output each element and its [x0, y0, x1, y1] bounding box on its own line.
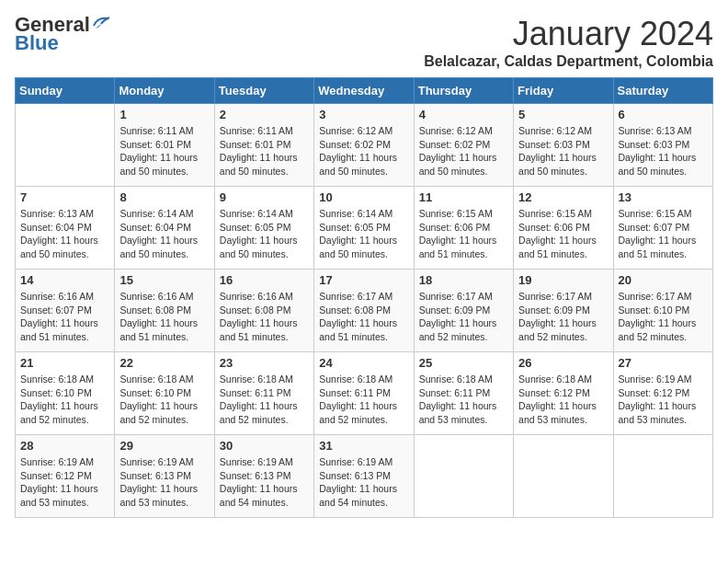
day-info: Sunrise: 6:17 AMSunset: 6:08 PMDaylight:…	[319, 290, 408, 344]
location-title: Belalcazar, Caldas Department, Colombia	[424, 53, 713, 70]
day-number: 17	[319, 273, 408, 287]
header-monday: Monday	[115, 78, 214, 104]
week-row-3: 14Sunrise: 6:16 AMSunset: 6:07 PMDayligh…	[16, 270, 713, 352]
day-number: 21	[20, 356, 109, 370]
logo-blue-text: Blue	[15, 33, 59, 53]
day-info: Sunrise: 6:14 AMSunset: 6:05 PMDaylight:…	[220, 207, 309, 261]
day-info: Sunrise: 6:19 AMSunset: 6:13 PMDaylight:…	[119, 455, 209, 510]
day-number: 15	[119, 273, 209, 287]
day-info: Sunrise: 6:14 AMSunset: 6:04 PMDaylight:…	[119, 207, 209, 261]
day-number: 1	[119, 108, 209, 121]
calendar-cell: 14Sunrise: 6:16 AMSunset: 6:07 PMDayligh…	[16, 270, 115, 352]
logo: General Blue	[15, 15, 110, 53]
day-info: Sunrise: 6:16 AMSunset: 6:08 PMDaylight:…	[119, 290, 209, 344]
calendar-cell	[613, 435, 712, 518]
header-wednesday: Wednesday	[314, 78, 414, 104]
day-number: 31	[319, 439, 408, 453]
day-info: Sunrise: 6:16 AMSunset: 6:08 PMDaylight:…	[220, 290, 309, 344]
day-info: Sunrise: 6:14 AMSunset: 6:05 PMDaylight:…	[319, 207, 408, 261]
calendar-cell: 19Sunrise: 6:17 AMSunset: 6:09 PMDayligh…	[514, 270, 613, 352]
calendar-cell: 25Sunrise: 6:18 AMSunset: 6:11 PMDayligh…	[414, 352, 513, 435]
day-number: 3	[319, 108, 408, 121]
day-number: 28	[20, 439, 109, 453]
day-number: 22	[119, 356, 209, 370]
page-header: General Blue January 2024 Belalcazar, Ca…	[15, 15, 713, 70]
day-info: Sunrise: 6:19 AMSunset: 6:13 PMDaylight:…	[319, 455, 408, 510]
day-info: Sunrise: 6:11 AMSunset: 6:01 PMDaylight:…	[119, 124, 209, 178]
day-number: 5	[518, 108, 608, 121]
day-number: 12	[518, 190, 608, 204]
day-info: Sunrise: 6:19 AMSunset: 6:12 PMDaylight:…	[20, 455, 109, 510]
day-number: 23	[220, 356, 309, 370]
day-number: 19	[518, 273, 608, 287]
day-number: 26	[518, 356, 608, 370]
day-number: 24	[319, 356, 408, 370]
day-number: 11	[419, 190, 508, 204]
day-number: 30	[220, 439, 309, 453]
day-info: Sunrise: 6:18 AMSunset: 6:12 PMDaylight:…	[518, 373, 608, 427]
calendar-cell: 11Sunrise: 6:15 AMSunset: 6:06 PMDayligh…	[414, 187, 513, 270]
day-info: Sunrise: 6:18 AMSunset: 6:11 PMDaylight:…	[220, 373, 309, 427]
calendar-cell: 22Sunrise: 6:18 AMSunset: 6:10 PMDayligh…	[115, 352, 214, 435]
calendar-cell: 8Sunrise: 6:14 AMSunset: 6:04 PMDaylight…	[115, 187, 214, 270]
header-thursday: Thursday	[414, 78, 513, 104]
day-number: 16	[220, 273, 309, 287]
calendar-cell: 26Sunrise: 6:18 AMSunset: 6:12 PMDayligh…	[514, 352, 613, 435]
calendar-cell: 20Sunrise: 6:17 AMSunset: 6:10 PMDayligh…	[613, 270, 712, 352]
day-info: Sunrise: 6:12 AMSunset: 6:03 PMDaylight:…	[518, 124, 608, 178]
day-number: 27	[619, 356, 708, 370]
header-tuesday: Tuesday	[214, 78, 313, 104]
calendar-cell: 4Sunrise: 6:12 AMSunset: 6:02 PMDaylight…	[414, 104, 513, 187]
calendar-cell: 10Sunrise: 6:14 AMSunset: 6:05 PMDayligh…	[314, 187, 414, 270]
day-number: 7	[20, 190, 109, 204]
day-number: 25	[419, 356, 508, 370]
day-number: 9	[220, 190, 309, 204]
day-info: Sunrise: 6:17 AMSunset: 6:09 PMDaylight:…	[419, 290, 508, 344]
day-number: 18	[419, 273, 508, 287]
day-number: 20	[619, 273, 708, 287]
day-number: 14	[20, 273, 109, 287]
day-number: 4	[419, 108, 508, 121]
day-info: Sunrise: 6:12 AMSunset: 6:02 PMDaylight:…	[419, 124, 508, 178]
day-info: Sunrise: 6:12 AMSunset: 6:02 PMDaylight:…	[319, 124, 408, 178]
day-number: 8	[119, 190, 209, 204]
day-info: Sunrise: 6:15 AMSunset: 6:07 PMDaylight:…	[619, 207, 708, 261]
day-number: 29	[119, 439, 209, 453]
day-info: Sunrise: 6:18 AMSunset: 6:10 PMDaylight:…	[119, 373, 209, 427]
calendar-cell: 17Sunrise: 6:17 AMSunset: 6:08 PMDayligh…	[314, 270, 414, 352]
calendar-cell	[414, 435, 513, 518]
day-number: 10	[319, 190, 408, 204]
calendar-cell: 9Sunrise: 6:14 AMSunset: 6:05 PMDaylight…	[214, 187, 313, 270]
calendar-cell: 15Sunrise: 6:16 AMSunset: 6:08 PMDayligh…	[115, 270, 214, 352]
calendar-cell: 27Sunrise: 6:19 AMSunset: 6:12 PMDayligh…	[613, 352, 712, 435]
calendar-cell: 29Sunrise: 6:19 AMSunset: 6:13 PMDayligh…	[115, 435, 214, 518]
day-info: Sunrise: 6:18 AMSunset: 6:11 PMDaylight:…	[319, 373, 408, 427]
calendar-cell: 6Sunrise: 6:13 AMSunset: 6:03 PMDaylight…	[613, 104, 712, 187]
day-info: Sunrise: 6:19 AMSunset: 6:12 PMDaylight:…	[619, 373, 708, 427]
bird-icon	[92, 15, 110, 31]
calendar-cell: 18Sunrise: 6:17 AMSunset: 6:09 PMDayligh…	[414, 270, 513, 352]
calendar-header-row: SundayMondayTuesdayWednesdayThursdayFrid…	[16, 78, 713, 104]
calendar-cell: 5Sunrise: 6:12 AMSunset: 6:03 PMDaylight…	[514, 104, 613, 187]
week-row-4: 21Sunrise: 6:18 AMSunset: 6:10 PMDayligh…	[16, 352, 713, 435]
calendar-table: SundayMondayTuesdayWednesdayThursdayFrid…	[15, 77, 713, 518]
calendar-cell: 7Sunrise: 6:13 AMSunset: 6:04 PMDaylight…	[16, 187, 115, 270]
calendar-cell: 16Sunrise: 6:16 AMSunset: 6:08 PMDayligh…	[214, 270, 313, 352]
header-sunday: Sunday	[16, 78, 115, 104]
week-row-2: 7Sunrise: 6:13 AMSunset: 6:04 PMDaylight…	[16, 187, 713, 270]
calendar-cell: 24Sunrise: 6:18 AMSunset: 6:11 PMDayligh…	[314, 352, 414, 435]
day-info: Sunrise: 6:18 AMSunset: 6:11 PMDaylight:…	[419, 373, 508, 427]
calendar-cell: 2Sunrise: 6:11 AMSunset: 6:01 PMDaylight…	[214, 104, 313, 187]
day-info: Sunrise: 6:13 AMSunset: 6:04 PMDaylight:…	[20, 207, 109, 261]
day-info: Sunrise: 6:15 AMSunset: 6:06 PMDaylight:…	[419, 207, 508, 261]
day-info: Sunrise: 6:18 AMSunset: 6:10 PMDaylight:…	[20, 373, 109, 427]
calendar-cell: 3Sunrise: 6:12 AMSunset: 6:02 PMDaylight…	[314, 104, 414, 187]
day-info: Sunrise: 6:17 AMSunset: 6:10 PMDaylight:…	[619, 290, 708, 344]
calendar-cell: 21Sunrise: 6:18 AMSunset: 6:10 PMDayligh…	[16, 352, 115, 435]
calendar-cell: 1Sunrise: 6:11 AMSunset: 6:01 PMDaylight…	[115, 104, 214, 187]
calendar-cell	[514, 435, 613, 518]
day-info: Sunrise: 6:13 AMSunset: 6:03 PMDaylight:…	[619, 124, 708, 178]
day-info: Sunrise: 6:15 AMSunset: 6:06 PMDaylight:…	[518, 207, 608, 261]
day-number: 6	[619, 108, 708, 121]
calendar-cell: 23Sunrise: 6:18 AMSunset: 6:11 PMDayligh…	[214, 352, 313, 435]
